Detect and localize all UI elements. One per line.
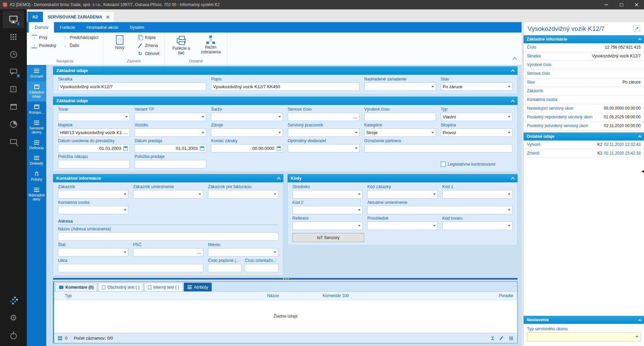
variant-tp-input[interactable] (135, 113, 206, 121)
sarze-input[interactable] (211, 113, 283, 121)
collapse-panel-arrow-icon[interactable]: ◀ (641, 170, 644, 173)
collapse-chevron-icon[interactable] (638, 38, 642, 42)
section-basic-info-header[interactable]: Základné informácie (524, 35, 644, 43)
seriove-cislo-input[interactable]: … (288, 113, 360, 121)
calendar-icon[interactable] (123, 146, 128, 151)
dropdown-icon[interactable] (355, 148, 358, 149)
ulica-input[interactable] (58, 264, 203, 272)
dropdown-icon[interactable] (124, 209, 126, 211)
power-button[interactable] (3, 327, 24, 344)
open-in-window-icon[interactable]: ↗ (633, 25, 640, 32)
collapse-chevron-icon[interactable] (511, 100, 515, 103)
tab-komentare-0[interactable]: Komentáre (0) (55, 283, 97, 291)
history-button[interactable] (3, 46, 24, 63)
side-nav-nahradne-diely[interactable]: Náhradné diely (27, 185, 46, 205)
optimalny-dodavatel-input[interactable] (288, 144, 360, 153)
funkcie-a-tlac-button[interactable]: Funkcie a tlač (168, 34, 194, 57)
ribbon-tab-funkcie[interactable]: Funkcie (54, 22, 81, 33)
side-nav-definicia[interactable]: Definícia (27, 137, 46, 153)
side-nav-servisne-ukony[interactable]: Servisné úkony (27, 118, 46, 137)
collapse-chevron-icon[interactable] (277, 177, 280, 181)
dropdown-icon[interactable] (508, 86, 511, 88)
side-nav-zakladne-udaje[interactable]: Základné údaje (27, 81, 46, 102)
dropdown-icon[interactable] (358, 209, 361, 211)
horizontal-splitter[interactable] (53, 278, 518, 280)
prostriedok-input[interactable] (367, 222, 438, 230)
dropdown-icon[interactable] (433, 193, 436, 195)
prvy-button[interactable]: Prvý (30, 34, 57, 41)
nadriadene-zariadenie-input[interactable] (364, 82, 436, 91)
ellipsis-icon[interactable]: … (353, 116, 358, 118)
tab-interny-text[interactable]: Interný text ( ) (144, 283, 183, 291)
doc-tab-servisovane-zariadenia[interactable]: SERVISOVANÉ ZARIADENIA (44, 12, 114, 22)
legislativne-kontrolovane-checkbox[interactable]: Legislatívne kontrolované (441, 162, 495, 167)
sum-icon[interactable]: Σ (491, 335, 494, 341)
kopia-button[interactable]: Kópia (136, 34, 161, 41)
side-nav-zoznam[interactable]: Zoznam (27, 66, 46, 81)
ribbon-tab-system[interactable]: Systém (124, 22, 150, 33)
vozidlo-input[interactable] (135, 128, 206, 137)
dropdown-icon[interactable] (358, 225, 361, 227)
referent-input[interactable] (292, 222, 363, 230)
settings-button[interactable] (3, 309, 24, 327)
collapse-chevron-icon[interactable] (638, 319, 642, 322)
dalsi-button[interactable]: Ďalší (61, 42, 99, 49)
ribbon-tab-hromadne-akcie[interactable]: Hromadné akcie (81, 22, 124, 33)
table-settings-icon[interactable]: ⊞ (509, 335, 513, 341)
checkbox-icon[interactable] (441, 162, 446, 167)
reports-button[interactable] (3, 115, 24, 133)
section-settings-header[interactable]: Nastavenie (524, 316, 644, 324)
close-button[interactable] (629, 0, 644, 9)
servisny-pracovnik-input[interactable] (288, 128, 360, 137)
ellipsis-icon[interactable]: … (197, 251, 201, 254)
minimize-button[interactable] (599, 0, 614, 9)
tab-atributy[interactable]: Atribúty (184, 283, 212, 291)
tovar-input[interactable] (58, 113, 130, 121)
column-header-nazov[interactable]: Názov (267, 293, 323, 298)
side-nav-doklady[interactable]: Doklady (27, 153, 46, 169)
tab-obchodny-text[interactable]: Obchodný text ( ) (98, 283, 143, 291)
dropdown-icon[interactable] (274, 251, 276, 253)
dropdown-icon[interactable] (636, 336, 638, 338)
dropdown-icon[interactable] (278, 116, 281, 118)
polozka-nakupu-input[interactable] (58, 160, 130, 168)
dropdown-icon[interactable] (202, 132, 204, 133)
datum-predaja-input[interactable]: 01.01.2003 (135, 144, 206, 153)
polozka-predaje-input[interactable] (135, 160, 206, 168)
calendar-button[interactable] (3, 98, 24, 115)
side-nav-kompo[interactable]: Kompo... (27, 102, 46, 118)
edit-icon[interactable] (499, 336, 503, 340)
dropdown-icon[interactable] (508, 209, 511, 211)
typ-input[interactable]: Vlastní (441, 113, 513, 121)
nazov-adresa-umiestnenia-input[interactable] (58, 232, 278, 241)
collapse-chevron-icon[interactable] (511, 69, 515, 73)
ribbon-collapse-chevron-icon[interactable] (513, 57, 517, 61)
maximize-button[interactable] (614, 0, 629, 9)
dropdown-icon[interactable] (508, 132, 511, 133)
popis-input[interactable]: Vysokozdvižný vozík K12/7 KK450 (211, 82, 359, 91)
cislo-orientacn-input[interactable] (245, 264, 278, 272)
collapse-chevron-icon[interactable] (511, 177, 515, 181)
skratka-input[interactable]: Vysokozdvižný vozík K12/7 (58, 82, 206, 91)
vyrobne-cislo-input[interactable] (364, 113, 436, 121)
novy-button[interactable]: Nový (107, 34, 133, 51)
doc-tab-k2[interactable]: K2 (28, 12, 43, 22)
close-tab-icon[interactable] (106, 15, 110, 19)
dropdown-icon[interactable] (508, 116, 511, 118)
dropdown-icon[interactable] (278, 132, 281, 133)
ellipsis-icon[interactable]: … (123, 131, 128, 134)
obnovit-button[interactable]: Obnoviť (136, 50, 161, 57)
dropdown-icon[interactable] (125, 116, 128, 118)
zdroje-input[interactable] (211, 128, 283, 137)
logo-button[interactable] (3, 292, 24, 309)
kontaktna-osoba-input[interactable] (58, 206, 128, 214)
stredisko-input[interactable] (292, 190, 363, 198)
rezim-zobrazenia-button[interactable]: Režim zobrazenia (198, 34, 224, 56)
datum-uvedenia-do-prevadzky-input[interactable]: 01.01.2003 (58, 144, 130, 153)
calendar-icon[interactable] (200, 146, 204, 151)
majetok-input[interactable]: HM//13 Vysokozdvižný vozík K1...… (58, 128, 130, 137)
dropdown-icon[interactable] (124, 193, 126, 195)
kod-zakazky-input[interactable] (367, 190, 438, 198)
kod-2-input[interactable] (292, 206, 363, 214)
service-type-input[interactable] (527, 332, 641, 341)
